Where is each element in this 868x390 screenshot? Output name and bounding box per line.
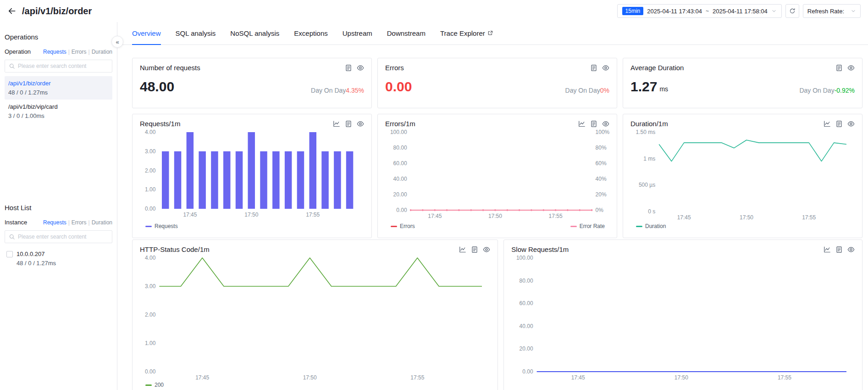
slow-requests-legend <box>511 382 855 390</box>
tab-sql-analysis[interactable]: SQL analysis <box>176 22 216 45</box>
trend-chart-icon[interactable] <box>333 120 340 128</box>
separator: | <box>88 49 90 55</box>
sort-by-requests[interactable]: Requests <box>43 49 66 55</box>
legend-item-duration[interactable]: Duration <box>636 223 666 229</box>
eye-icon[interactable] <box>357 120 364 128</box>
charts-row: Requests/1m 0.001.002.003.004.0017:4517:… <box>132 114 862 234</box>
card-actions <box>824 120 855 128</box>
tab-nosql-analysis[interactable]: NoSQL analysis <box>230 22 279 45</box>
chart-card-errors-per-min: Errors/1m 0.0020.0040.0060.0080.00100.00… <box>377 114 617 238</box>
main: Overview SQL analysis NoSQL analysis Exc… <box>117 22 868 390</box>
svg-text:2.00: 2.00 <box>145 312 156 318</box>
duration-legend: Duration <box>630 223 855 232</box>
host-checkbox[interactable] <box>6 251 13 257</box>
card-title: Requests/1m <box>140 120 180 128</box>
report-icon[interactable] <box>590 64 597 72</box>
operation-column-label[interactable]: Operation <box>5 48 31 55</box>
back-arrow-icon[interactable] <box>7 6 17 16</box>
eye-icon[interactable] <box>847 120 855 128</box>
trend-chart-icon[interactable] <box>459 246 466 253</box>
svg-text:0.00: 0.00 <box>396 207 407 213</box>
separator: | <box>88 219 90 226</box>
svg-text:0.00: 0.00 <box>523 368 534 375</box>
tab-overview[interactable]: Overview <box>132 22 161 45</box>
instance-column-label[interactable]: Instance <box>5 219 27 226</box>
svg-text:20%: 20% <box>596 191 607 198</box>
tab-trace-explorer[interactable]: Trace Explorer <box>440 22 493 45</box>
trend-chart-icon[interactable] <box>578 120 586 128</box>
report-icon[interactable] <box>835 246 843 253</box>
report-icon[interactable] <box>835 64 843 72</box>
refresh-button[interactable] <box>785 4 799 18</box>
tab-label: Exceptions <box>294 29 327 37</box>
report-icon[interactable] <box>835 120 843 128</box>
stat-dod: Day On Day4.35% <box>311 87 364 94</box>
legend-item-errors[interactable]: Errors <box>391 223 415 229</box>
stat-cards-row: Number of requests 48.00 Day On Day4.35% <box>132 58 862 108</box>
refresh-rate-select[interactable]: Refresh Rate: <box>803 4 861 18</box>
stat-dod: Day On Day0% <box>565 87 609 94</box>
tab-label: Downstream <box>387 29 426 37</box>
time-preset-badge: 15min <box>622 7 644 15</box>
header-controls: 15min 2025-04-11 17:43:04 ~ 2025-04-11 1… <box>617 4 861 18</box>
hosts-search-input[interactable] <box>18 234 108 240</box>
stat-dod-value: -0.92% <box>835 87 855 94</box>
eye-icon[interactable] <box>602 120 609 128</box>
card-title: Number of requests <box>140 64 200 72</box>
operations-search-input[interactable] <box>18 63 108 69</box>
svg-text:4.00: 4.00 <box>145 255 156 261</box>
time-range-picker[interactable]: 15min 2025-04-11 17:43:04 ~ 2025-04-11 1… <box>617 4 782 18</box>
slow-requests-chart: 0.0020.0040.0060.0080.00100.0017:4517:50… <box>511 253 855 382</box>
svg-text:17:45: 17:45 <box>195 374 209 381</box>
sort-by-requests[interactable]: Requests <box>43 219 66 226</box>
card-title: Errors <box>385 64 404 72</box>
stat-dod-label: Day On Day <box>311 87 346 94</box>
sort-by-errors[interactable]: Errors <box>72 49 87 55</box>
tab-exceptions[interactable]: Exceptions <box>294 22 327 45</box>
tab-downstream[interactable]: Downstream <box>387 22 426 45</box>
host-list-title: Host List <box>5 204 112 212</box>
host-item[interactable]: 10.0.0.207 48 / 0 / 1.27ms <box>5 249 112 268</box>
tab-upstream[interactable]: Upstream <box>343 22 372 45</box>
eye-icon[interactable] <box>847 246 855 253</box>
stat-body: 0.00 Day On Day0% <box>385 79 609 94</box>
stat-dod-label: Day On Day <box>565 87 600 94</box>
svg-text:1.00: 1.00 <box>145 186 156 193</box>
card-title: Average Duration <box>630 64 684 72</box>
stat-dod-value: 4.35% <box>346 87 364 94</box>
svg-text:20.00: 20.00 <box>393 191 407 198</box>
legend-item-error-rate[interactable]: Error Rate <box>570 223 605 229</box>
trend-chart-icon[interactable] <box>824 120 831 128</box>
sort-by-duration[interactable]: Duration <box>92 219 112 226</box>
operation-name: /api/v1/biz/vip/card <box>8 103 109 110</box>
legend-item-requests[interactable]: Requests <box>145 223 178 229</box>
host-name: 10.0.0.207 <box>17 251 44 257</box>
svg-text:4.00: 4.00 <box>145 129 156 135</box>
sort-by-duration[interactable]: Duration <box>92 49 112 55</box>
sidebar-collapse-button[interactable]: « <box>111 36 123 48</box>
card-header: Requests/1m <box>140 120 364 128</box>
svg-text:17:45: 17:45 <box>183 212 197 218</box>
chart-card-http-status: HTTP-Status Code/1m 0.001.002.003.004.00… <box>132 240 498 390</box>
eye-icon[interactable] <box>602 64 609 72</box>
trend-chart-icon[interactable] <box>824 246 831 253</box>
hosts-sort-options: Requests | Errors | Duration <box>43 219 112 226</box>
report-icon[interactable] <box>345 64 352 72</box>
report-icon[interactable] <box>345 120 352 128</box>
errors-chart: 0.0020.0040.0060.0080.00100.000%20%40%60… <box>385 128 609 223</box>
eye-icon[interactable] <box>847 64 855 72</box>
svg-text:80%: 80% <box>596 145 607 151</box>
svg-text:60.00: 60.00 <box>393 160 407 167</box>
legend-item-200[interactable]: 200 <box>145 382 164 388</box>
stat-dod-label: Day On Day <box>799 87 834 94</box>
operation-item-biz-order[interactable]: /api/v1/biz/order 48 / 0 / 1.27ms <box>5 76 112 100</box>
sort-by-errors[interactable]: Errors <box>72 219 87 226</box>
operations-list: /api/v1/biz/order 48 / 0 / 1.27ms /api/v… <box>5 76 112 204</box>
eye-icon[interactable] <box>483 246 490 253</box>
report-icon[interactable] <box>471 246 478 253</box>
operation-stats: 3 / 0 / 1.00ms <box>8 112 109 119</box>
report-icon[interactable] <box>590 120 597 128</box>
eye-icon[interactable] <box>357 64 364 72</box>
operation-item-vip-card[interactable]: /api/v1/biz/vip/card 3 / 0 / 1.00ms <box>5 100 112 123</box>
search-icon <box>9 63 15 69</box>
